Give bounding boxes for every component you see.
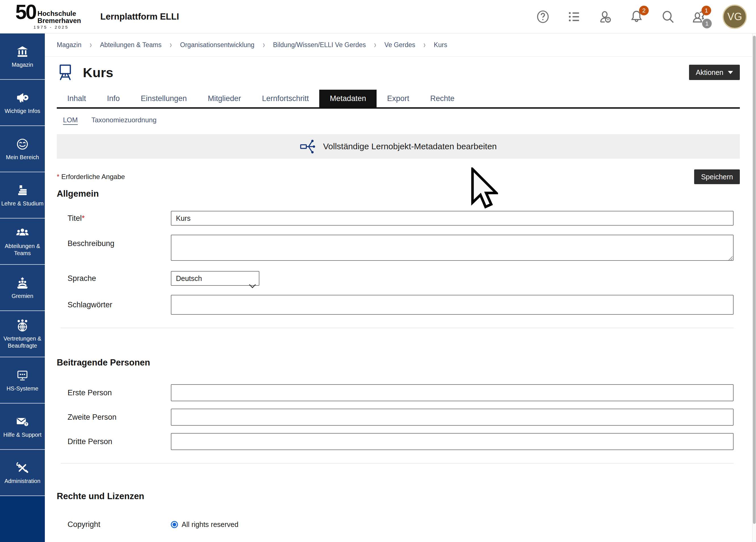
notifications-button[interactable]: 2 <box>629 9 644 24</box>
edit-full-metadata-label: Vollständige Lernobjekt-Metadaten bearbe… <box>323 142 497 151</box>
sidebar-item-hs-systeme[interactable]: HS-Systeme <box>0 357 45 404</box>
share-tree-icon <box>300 138 316 154</box>
vertical-scrollbar <box>752 33 756 542</box>
edit-full-metadata-link[interactable]: Vollständige Lernobjekt-Metadaten bearbe… <box>57 134 740 159</box>
sidebar-item-label: Vertretungen & Beauftragte <box>1 335 44 349</box>
beschreibung-label: Beschreibung <box>57 239 171 248</box>
sidebar-item-hilfe-support[interactable]: ? Hilfe & Support <box>0 404 45 450</box>
monitor-icon <box>15 368 30 383</box>
user-alert-icon <box>598 9 613 24</box>
list-icon <box>567 9 581 24</box>
dritte-person-input[interactable] <box>171 433 734 450</box>
tab-rechte[interactable]: Rechte <box>420 90 465 107</box>
copyright-radio-label: All rights reserved <box>182 520 238 529</box>
page-title-row: Kurs Aktionen <box>57 63 740 82</box>
page-title: Kurs <box>83 65 113 80</box>
sidebar-item-label: Wichtige Infos <box>5 108 40 115</box>
zweite-person-label: Zweite Person <box>57 413 171 422</box>
globe-people-icon <box>15 318 30 333</box>
schlagwoerter-input[interactable] <box>171 295 734 315</box>
actions-button[interactable]: Aktionen <box>689 65 740 80</box>
save-button[interactable]: Speichern <box>694 169 740 184</box>
erste-person-input[interactable] <box>171 384 734 401</box>
required-asterisk: * <box>82 214 85 222</box>
sidebar-item-label: Abteilungen & Teams <box>1 243 44 257</box>
tab-inhalt[interactable]: Inhalt <box>57 90 96 107</box>
breadcrumb-item-current[interactable]: Kurs <box>434 41 447 49</box>
tab-mitglieder[interactable]: Mitglieder <box>197 90 251 107</box>
logo-50: 50 <box>15 4 36 20</box>
required-note-text: Erforderliche Angabe <box>61 173 125 180</box>
breadcrumb-item[interactable]: Abteilungen & Teams <box>100 41 161 49</box>
sidebar-item-magazin[interactable]: Magazin <box>0 33 45 80</box>
section-heading-rechte: Rechte und Lizenzen <box>57 491 740 501</box>
chevron-right-icon: › <box>263 39 265 49</box>
page-content: Kurs Aktionen Inhalt Info Einstellungen … <box>45 63 752 529</box>
titel-label-text: Titel <box>68 214 82 222</box>
help-icon <box>535 9 550 24</box>
sprache-label: Sprache <box>57 274 171 283</box>
sidebar-item-vertretungen[interactable]: Vertretungen & Beauftragte <box>0 311 45 357</box>
avatar[interactable]: VG <box>723 5 747 29</box>
actions-button-label: Aktionen <box>696 68 723 77</box>
bank-icon <box>15 45 30 59</box>
scrollbar-thumb[interactable] <box>753 36 756 524</box>
tools-icon <box>15 461 30 475</box>
chevron-right-icon: › <box>374 39 376 49</box>
sidebar-item-abteilungen-teams[interactable]: Abteilungen & Teams <box>0 219 45 265</box>
main-sidebar: Magazin Wichtige Infos Mein Bereich Lehr… <box>0 33 45 542</box>
logo-years: 1975 - 2025 <box>33 25 81 30</box>
required-asterisk: * <box>57 173 59 180</box>
breadcrumb-item[interactable]: Bildung/Wissen/ELLI Ve Gerdes <box>273 41 366 49</box>
tab-einstellungen[interactable]: Einstellungen <box>130 90 197 107</box>
tab-lernfortschritt[interactable]: Lernfortschritt <box>251 90 319 107</box>
section-heading-beitragende: Beitragende Personen <box>57 358 740 368</box>
search-button[interactable] <box>660 9 675 24</box>
copyright-radio[interactable] <box>171 521 178 528</box>
sidebar-item-label: Administration <box>5 478 41 485</box>
zweite-person-input[interactable] <box>171 409 734 426</box>
titel-input[interactable] <box>171 211 734 226</box>
logo-school-name: Hochschule Bremerhaven <box>37 10 81 24</box>
form-row-sprache: Sprache Deutsch <box>57 271 740 286</box>
sidebar-item-administration[interactable]: Administration <box>0 450 45 496</box>
mail-question-icon: ? <box>15 415 30 429</box>
committee-icon <box>15 276 30 290</box>
breadcrumb-item[interactable]: Magazin <box>57 41 81 49</box>
form-row-dritte-person: Dritte Person <box>57 433 740 450</box>
copyright-option: All rights reserved <box>171 520 734 529</box>
contacts-new-badge: 1 <box>702 6 711 15</box>
sidebar-item-wichtige-infos[interactable]: Wichtige Infos <box>0 80 45 126</box>
form-row-titel: Titel* <box>57 211 740 226</box>
people-group-icon <box>15 226 30 240</box>
caret-down-icon <box>728 71 733 77</box>
sidebar-item-mein-bereich[interactable]: Mein Bereich <box>0 126 45 172</box>
app-title: Lernplattform ELLI <box>100 12 179 22</box>
tab-metadaten[interactable]: Metadaten <box>319 90 377 107</box>
app-window: 50 Hochschule Bremerhaven 1975 - 2025 Le… <box>0 0 756 542</box>
subtab-lom[interactable]: LOM <box>63 116 78 124</box>
copyright-label: Copyright <box>57 520 171 529</box>
tab-info[interactable]: Info <box>96 90 130 107</box>
chevron-right-icon: › <box>90 39 92 49</box>
tab-export[interactable]: Export <box>377 90 420 107</box>
sidebar-item-gremien[interactable]: Gremien <box>0 265 45 311</box>
help-button[interactable] <box>535 9 551 24</box>
contacts-button[interactable]: 1 1 <box>691 9 707 24</box>
section-heading-allgemein: Allgemein <box>57 189 740 199</box>
svg-text:?: ? <box>25 422 27 426</box>
sidebar-item-label: Lehre & Studium <box>1 200 44 207</box>
sidebar-item-label: Gremien <box>12 293 33 300</box>
sidebar-item-label: Magazin <box>12 61 33 68</box>
breadcrumb: Magazin › Abteilungen & Teams › Organisa… <box>45 33 752 57</box>
dritte-person-label: Dritte Person <box>57 437 171 446</box>
subtab-taxonomiezuordnung[interactable]: Taxonomiezuordnung <box>91 116 157 124</box>
sidebar-item-lehre-studium[interactable]: Lehre & Studium <box>0 172 45 219</box>
beschreibung-textarea[interactable] <box>171 235 734 261</box>
sprache-select[interactable]: Deutsch <box>171 271 259 286</box>
todo-list-button[interactable] <box>566 9 582 24</box>
breadcrumb-item[interactable]: Ve Gerdes <box>385 41 415 49</box>
member-status-button[interactable] <box>598 9 613 24</box>
form-row-schlagwoerter: Schlagwörter <box>57 295 740 315</box>
breadcrumb-item[interactable]: Organisationsentwicklung <box>180 41 255 49</box>
